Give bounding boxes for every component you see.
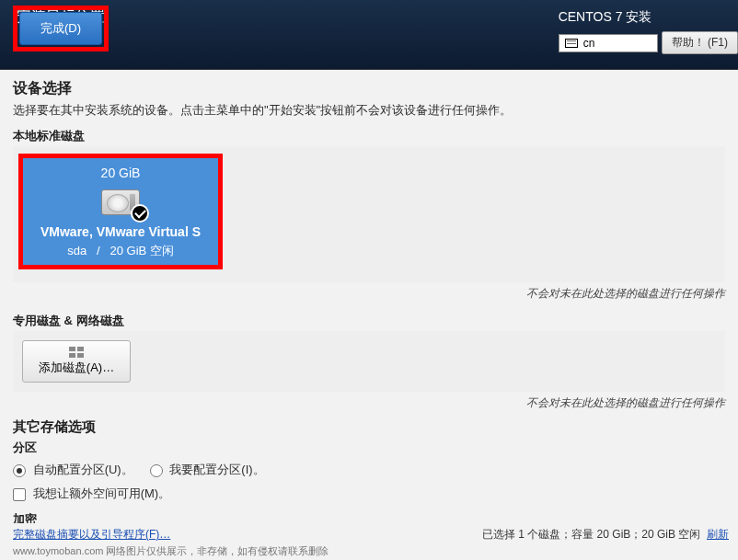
device-selection-title: 设备选择 bbox=[13, 79, 725, 98]
special-disks-area: 添加磁盘(A)… bbox=[13, 331, 725, 392]
manual-partition-option[interactable]: 我要配置分区(I)。 bbox=[150, 462, 265, 478]
checkbox-extra-space[interactable] bbox=[13, 488, 26, 501]
selection-status: 已选择 1 个磁盘；容量 20 GiB；20 GiB 空闲 刷新 bbox=[482, 527, 729, 543]
disk-info: sda / 20 GiB 空闲 bbox=[67, 243, 174, 259]
keyboard-icon bbox=[565, 39, 578, 48]
disk-info-sep: / bbox=[97, 244, 100, 257]
partition-options: 自动配置分区(U)。 我要配置分区(I)。 bbox=[13, 462, 725, 478]
radio-manual[interactable] bbox=[150, 464, 163, 477]
special-disks-heading: 专用磁盘 & 网络磁盘 bbox=[13, 313, 725, 329]
check-icon bbox=[131, 204, 149, 223]
keyboard-layout-indicator[interactable]: cn bbox=[559, 34, 658, 52]
disk-tile-sda[interactable]: 20 GiB VMware, VMware Virtual S sda / 20… bbox=[23, 158, 218, 265]
header-right: CENTOS 7 安装 cn 帮助！ (F1) bbox=[559, 4, 738, 54]
special-disks-hint: 不会对未在此处选择的磁盘进行任何操作 bbox=[13, 392, 725, 418]
watermark-text: www.toymoban.com 网络图片仅供展示，非存储，如有侵权请联系删除 bbox=[13, 544, 729, 558]
done-button[interactable]: 完成(D) bbox=[19, 12, 102, 45]
disk-summary-link[interactable]: 完整磁盘摘要以及引导程序(F)… bbox=[13, 527, 170, 543]
disk-free: 20 GiB 空闲 bbox=[110, 244, 173, 257]
content-area: 设备选择 选择要在其中安装系统的设备。点击主菜单中的"开始安装"按钮前不会对该设… bbox=[0, 70, 738, 525]
local-disks-hint: 不会对未在此处选择的磁盘进行任何操作 bbox=[13, 282, 725, 309]
disk-device-name: sda bbox=[67, 244, 86, 257]
auto-partition-label: 自动配置分区(U)。 bbox=[33, 463, 133, 476]
manual-partition-label: 我要配置分区(I)。 bbox=[169, 463, 264, 476]
footer-bar: 完整磁盘摘要以及引导程序(F)… 已选择 1 个磁盘；容量 20 GiB；20 … bbox=[0, 523, 738, 560]
done-button-highlight: 完成(D) bbox=[13, 6, 109, 51]
extra-space-option[interactable]: 我想让额外空间可用(M)。 bbox=[13, 486, 725, 502]
extra-space-label: 我想让额外空间可用(M)。 bbox=[33, 486, 171, 500]
installer-title: CENTOS 7 安装 bbox=[559, 4, 738, 31]
auto-partition-option[interactable]: 自动配置分区(U)。 bbox=[13, 462, 133, 478]
keyboard-layout-label: cn bbox=[583, 37, 595, 50]
add-disk-label: 添加磁盘(A)… bbox=[39, 360, 114, 376]
device-selection-instruction: 选择要在其中安装系统的设备。点击主菜单中的"开始安装"按钮前不会对该设备进行任何… bbox=[13, 102, 725, 119]
local-disks-area: 20 GiB VMware, VMware Virtual S sda / 20… bbox=[13, 146, 725, 282]
disk-capacity: 20 GiB bbox=[101, 166, 141, 180]
grid-icon bbox=[69, 347, 84, 358]
disk-model: VMware, VMware Virtual S bbox=[40, 224, 201, 239]
disk-tile-highlight: 20 GiB VMware, VMware Virtual S sda / 20… bbox=[18, 154, 223, 269]
disk-icon-wrap bbox=[101, 189, 140, 215]
partition-label: 分区 bbox=[13, 440, 725, 456]
radio-auto[interactable] bbox=[13, 464, 26, 477]
header-bar: 安装目标位置 完成(D) CENTOS 7 安装 cn 帮助！ (F1) bbox=[0, 0, 738, 70]
refresh-link[interactable]: 刷新 bbox=[707, 528, 729, 541]
add-disk-button[interactable]: 添加磁盘(A)… bbox=[22, 340, 131, 383]
storage-options-heading: 其它存储选项 bbox=[13, 418, 725, 436]
local-disks-heading: 本地标准磁盘 bbox=[13, 128, 725, 144]
help-button[interactable]: 帮助！ (F1) bbox=[662, 31, 738, 54]
